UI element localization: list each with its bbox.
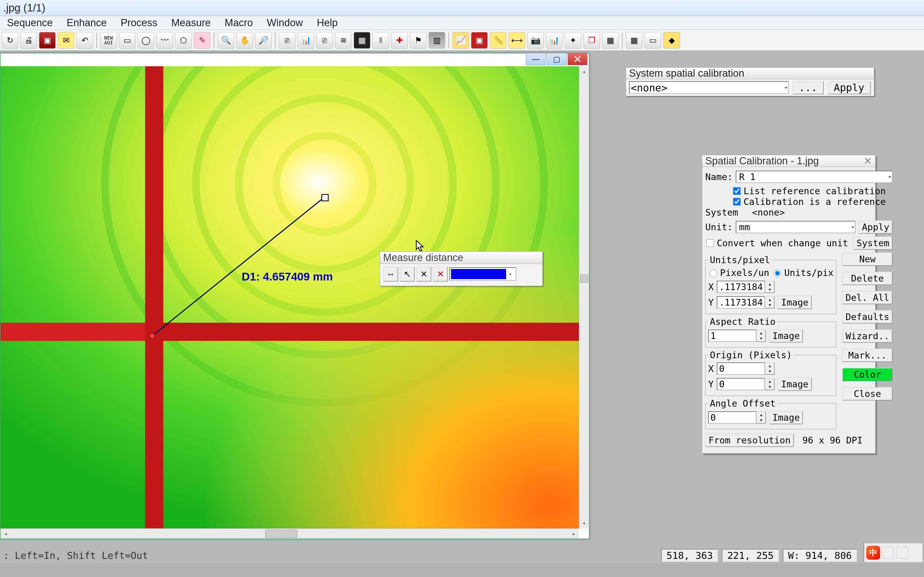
tool-layers-icon[interactable]: ≋: [335, 32, 352, 48]
window-minimize-button[interactable]: —: [526, 53, 546, 65]
tool-mail-icon[interactable]: ✉: [58, 32, 74, 48]
tool-scatter-icon[interactable]: ✦: [565, 32, 581, 48]
scroll-right-icon[interactable]: ▸: [569, 529, 579, 539]
chk-convert[interactable]: [706, 239, 714, 247]
tool-undo-icon[interactable]: ↶: [76, 32, 93, 48]
new-button[interactable]: New: [842, 253, 892, 266]
tool-gray-icon[interactable]: ▥: [428, 32, 445, 48]
tool-note-icon[interactable]: ◆: [663, 32, 680, 48]
origin-x-input[interactable]: [717, 363, 765, 375]
mark-button[interactable]: Mark...: [842, 348, 892, 362]
vertical-scrollbar[interactable]: ▴ ▾: [579, 66, 589, 529]
aspect-input[interactable]: [708, 330, 756, 342]
tool-camera-icon[interactable]: 📷: [527, 32, 544, 48]
spinner-icon[interactable]: ▴▾: [756, 330, 766, 342]
tool-newaoi-icon[interactable]: NEWAOI: [100, 32, 117, 48]
tool-rect-icon[interactable]: ▭: [119, 32, 136, 48]
cal-close-icon[interactable]: ✕: [864, 155, 872, 167]
scroll-thumb-h[interactable]: [265, 530, 297, 538]
tool-flag-icon[interactable]: ⚑: [410, 32, 426, 48]
spinner-icon[interactable]: ▴▾: [765, 363, 775, 375]
tool-sliders1-icon[interactable]: ⎚: [279, 32, 296, 48]
menu-enhance[interactable]: Enhance: [60, 16, 114, 30]
origin-image-button[interactable]: Image: [778, 377, 811, 391]
tool-print-icon[interactable]: 🖨: [20, 32, 37, 48]
ime-language-icon[interactable]: 中: [866, 546, 880, 559]
menu-measure[interactable]: Measure: [164, 16, 218, 30]
spinner-icon[interactable]: ▴▾: [765, 296, 775, 308]
scroll-up-icon[interactable]: ▴: [579, 66, 589, 76]
unit-apply-button[interactable]: Apply: [859, 221, 892, 234]
tool-reload-icon[interactable]: ↻: [2, 32, 18, 48]
measure-delete-icon[interactable]: ✕: [416, 267, 431, 282]
unit-select[interactable]: mm: [736, 221, 856, 233]
chk-list-reference[interactable]: [733, 187, 741, 195]
scroll-down-icon[interactable]: ▾: [579, 518, 589, 529]
tool-redchart-icon[interactable]: 📊: [546, 32, 562, 48]
radio-units-per-pixel[interactable]: [774, 269, 781, 277]
tool-grid-icon[interactable]: ▦: [354, 32, 370, 48]
origin-y-input[interactable]: [717, 378, 765, 390]
from-resolution-button[interactable]: From resolution: [705, 434, 794, 447]
tool-barcode-icon[interactable]: ⦀: [372, 32, 389, 48]
tool-table-icon[interactable]: ▦: [602, 32, 619, 48]
tool-zoomfit-icon[interactable]: 🔎: [255, 32, 271, 48]
tool-ruler-icon[interactable]: 📏: [490, 32, 506, 48]
tool-zoom-icon[interactable]: 🔍: [218, 32, 234, 48]
syscal-select[interactable]: <none>: [629, 81, 789, 94]
wizard-button[interactable]: Wizard..: [842, 329, 892, 343]
spinner-icon[interactable]: ▴▾: [765, 378, 775, 390]
ime-settings-icon[interactable]: [896, 547, 908, 559]
horizontal-scrollbar[interactable]: ◂ ▸: [0, 529, 579, 538]
upx-x-input[interactable]: [717, 281, 765, 293]
measure-line-icon[interactable]: ↔: [383, 267, 398, 282]
image-canvas[interactable]: [0, 66, 579, 529]
window-close-button[interactable]: [568, 53, 587, 65]
color-button[interactable]: Color: [842, 368, 892, 381]
spinner-icon[interactable]: ▴▾: [765, 281, 775, 293]
measure-deleteall-icon[interactable]: ✕: [433, 267, 448, 282]
menu-sequence[interactable]: Sequence: [0, 16, 60, 30]
close-button[interactable]: Close: [842, 387, 892, 400]
menu-process[interactable]: Process: [114, 16, 164, 30]
syscal-browse-button[interactable]: ...: [792, 81, 824, 94]
radio-pixels-per-unit[interactable]: [709, 269, 717, 277]
spinner-icon[interactable]: ▴▾: [756, 411, 766, 424]
angle-image-button[interactable]: Image: [769, 411, 803, 424]
tool-polygon-icon[interactable]: ⬠: [175, 32, 192, 48]
ime-keyboard-icon[interactable]: [882, 547, 894, 559]
menu-help[interactable]: Help: [310, 16, 345, 30]
chk-is-reference[interactable]: [733, 198, 741, 205]
upx-y-input[interactable]: [717, 296, 765, 308]
measure-pointer-icon[interactable]: ↖: [400, 267, 415, 282]
tool-crosshair-icon[interactable]: ✚: [391, 32, 408, 48]
tool-capture-icon[interactable]: ▣: [39, 32, 56, 48]
tool-wand-icon[interactable]: ✎: [194, 32, 210, 48]
scroll-thumb-v[interactable]: [580, 275, 588, 283]
menu-window[interactable]: Window: [260, 16, 310, 30]
tool-freehand-icon[interactable]: 〰: [157, 32, 173, 48]
tool-3d-icon[interactable]: ❒: [583, 32, 600, 48]
tool-stack-icon[interactable]: ▭: [645, 32, 661, 48]
angle-input[interactable]: [708, 411, 756, 424]
tool-caliper-icon[interactable]: ⟷: [509, 32, 525, 48]
menu-macro[interactable]: Macro: [218, 16, 260, 30]
delete-button[interactable]: Delete: [842, 272, 892, 285]
defaults-button[interactable]: Defaults: [842, 310, 892, 324]
aspect-image-button[interactable]: Image: [769, 329, 803, 342]
system-button[interactable]: System: [853, 237, 892, 250]
tool-sliders2-icon[interactable]: ⎚: [316, 32, 333, 48]
delall-button[interactable]: Del. All: [842, 291, 892, 304]
measure-color-dropdown[interactable]: ▾: [449, 268, 516, 281]
syscal-apply-button[interactable]: Apply: [827, 81, 871, 94]
window-maximize-button[interactable]: ▢: [547, 53, 567, 65]
tool-ellipse-icon[interactable]: ◯: [138, 32, 154, 48]
tool-histogram-icon[interactable]: 📊: [297, 32, 314, 48]
tool-pan-icon[interactable]: ✋: [236, 32, 253, 48]
tool-record-icon[interactable]: ▣: [471, 32, 488, 48]
name-select[interactable]: R 1: [736, 171, 892, 183]
tool-chart-icon[interactable]: 📈: [452, 32, 469, 48]
scroll-left-icon[interactable]: ◂: [0, 529, 11, 539]
tool-mosaic-icon[interactable]: ▦: [626, 32, 643, 48]
upx-image-button[interactable]: Image: [778, 296, 811, 309]
